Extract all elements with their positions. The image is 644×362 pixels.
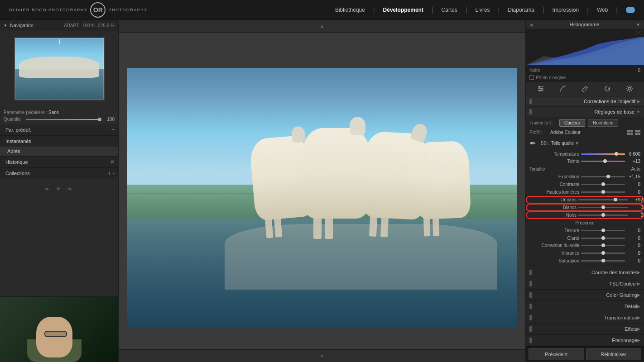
tool-sliders[interactable]	[536, 84, 546, 94]
vibrance-slider[interactable]	[581, 252, 625, 254]
histogram-expand[interactable]: ▼	[636, 22, 640, 27]
effets-section[interactable]: Effets ▶	[526, 324, 644, 335]
quantite-row: Quantité 100	[4, 117, 115, 122]
ornament: ❧ ✦ ❧	[0, 179, 118, 199]
temperature-slider[interactable]	[581, 153, 625, 155]
saturation-value: 0	[627, 258, 640, 263]
horse2-leg2	[325, 216, 333, 239]
svg-line-6	[585, 87, 587, 89]
blancs-slider[interactable]	[578, 207, 628, 208]
photo-origine-checkbox[interactable]	[529, 75, 534, 80]
nav-impression[interactable]: Impression	[553, 7, 579, 13]
teinte-slider[interactable]	[581, 161, 625, 162]
photo-origine-label: Photo d'origine	[536, 75, 566, 80]
thumb-cross-v	[59, 39, 60, 44]
histogram-left-icon: ◀	[529, 22, 533, 27]
eyedropper-icon[interactable]: ✒	[529, 138, 536, 148]
instantanes-item[interactable]: Après	[0, 147, 118, 156]
horse1-head	[291, 126, 306, 143]
bb-dropdown[interactable]: Telle quelle ▼	[551, 141, 579, 146]
top-navigation: OLIVIER ROCO PHOTOGRAPHY OR PHOTOGRAPHY …	[0, 0, 644, 20]
navigation-title: Navigation	[10, 23, 34, 28]
corrections-objectif-section[interactable]: Corrections de l'objectif ▶	[526, 96, 644, 107]
grid-icon[interactable]	[627, 130, 633, 135]
quantite-thumb	[98, 118, 101, 121]
auto-btn[interactable]: Auto	[631, 167, 640, 171]
historique-row: Historique	[4, 159, 28, 165]
clarte-slider[interactable]	[581, 238, 625, 239]
noirs-value: 0	[638, 68, 640, 73]
nav-web[interactable]: Web	[597, 7, 608, 13]
tool-gear[interactable]	[625, 84, 634, 94]
detail-section[interactable]: Détail ▶	[526, 301, 644, 312]
nav-developpement[interactable]: Développement	[383, 7, 423, 13]
courbe-tonalites-section[interactable]: Courbe des tonalités ▶	[526, 267, 644, 278]
nav-livres[interactable]: Livres	[476, 7, 490, 13]
collections-add[interactable]: +	[108, 170, 111, 176]
horse3-leg1	[369, 215, 377, 237]
noir-blanc-btn[interactable]: Noir/blanc	[588, 119, 618, 127]
nav-diaporama[interactable]: Diaporama	[508, 7, 534, 13]
correction-voile-value: 0	[627, 243, 640, 248]
couleur-btn[interactable]: Couleur	[559, 119, 585, 127]
zoom1: 100 %	[82, 23, 95, 28]
grid-icon-2[interactable]	[635, 130, 640, 135]
historique-close[interactable]: ✕	[110, 159, 115, 165]
tool-curves[interactable]	[558, 84, 568, 94]
instantanes-add[interactable]: +	[111, 138, 115, 144]
collections-section: Collections + -	[0, 168, 118, 179]
svg-point-3	[538, 86, 540, 88]
transformation-section[interactable]: Transformation ▶	[526, 312, 644, 324]
hautes-lumieres-slider[interactable]	[581, 191, 625, 193]
etalonnage-label: Étalonnage	[534, 338, 637, 343]
nav-cartes[interactable]: Cartes	[442, 7, 457, 13]
ombres-label: Ombres	[527, 197, 577, 202]
quantite-slider[interactable]	[26, 119, 101, 120]
par-predef-add[interactable]: +	[111, 127, 115, 133]
histogram-svg	[526, 36, 644, 65]
temperature-label: Température	[529, 152, 579, 157]
saturation-slider[interactable]	[581, 260, 625, 262]
collections-minus[interactable]: -	[113, 170, 115, 176]
divider1	[526, 266, 644, 266]
instantanes-section: Instantanés + Après	[0, 136, 118, 157]
correction-voile-slider[interactable]	[581, 245, 625, 246]
transformation-label: Transformation	[534, 315, 637, 320]
reinitialiser-btn[interactable]: Réinitialiser	[586, 348, 642, 360]
hist-corner-icon: ◻ ◻	[634, 30, 642, 35]
reglages-base-header[interactable]: Réglages de base ▼	[526, 107, 644, 117]
horse2-head	[350, 117, 365, 135]
courbe-marker	[529, 270, 532, 275]
texture-row: Texture 0	[526, 227, 644, 234]
tool-eyedropper[interactable]	[580, 84, 590, 94]
tsl-couleur-section[interactable]: TSL/Couleur ▶	[526, 278, 644, 290]
nav-sep5: |	[543, 6, 544, 14]
noirs2-label: Noirs	[527, 213, 577, 218]
ombres-slider[interactable]	[578, 199, 628, 200]
horse2-leg1	[313, 216, 322, 239]
noirs2-slider[interactable]	[578, 214, 628, 216]
detail-marker	[529, 304, 532, 309]
main-photo[interactable]: →	[127, 68, 517, 328]
tool-rotate[interactable]	[602, 84, 612, 94]
nav-bibliotheque[interactable]: Bibliothèque	[335, 7, 365, 13]
par-predef-row: Par. prédef.	[4, 127, 31, 133]
navigation-header[interactable]: Navigation ADAPT. 100 % 225,6 %	[0, 20, 118, 31]
webcam-face	[0, 297, 118, 362]
profil-icons	[627, 130, 640, 135]
precedent-btn[interactable]: Précédent	[529, 348, 584, 360]
traitement-label: Traitement :	[529, 120, 557, 125]
instantanes-header[interactable]: Instantanés +	[0, 136, 118, 147]
etalonnage-expand: ▶	[637, 338, 640, 343]
logo-left-text: OLIVIER ROCO PHOTOGRAPHY	[9, 8, 87, 12]
texture-slider[interactable]	[581, 230, 625, 231]
etalonnage-section[interactable]: Étalonnage ▶	[526, 335, 644, 346]
color-grading-expand: ▶	[637, 293, 640, 297]
presence-label: Présence	[575, 220, 594, 225]
photo-container: →	[127, 68, 517, 328]
detail-label: Détail	[534, 304, 637, 309]
contraste-slider[interactable]	[581, 184, 625, 185]
exposition-slider[interactable]	[581, 176, 625, 177]
logo-right-text: PHOTOGRAPHY	[108, 8, 147, 12]
color-grading-section[interactable]: Color Grading ▶	[526, 290, 644, 301]
